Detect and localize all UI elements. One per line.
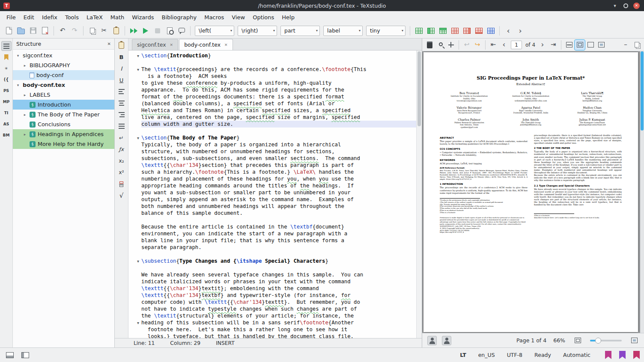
fold-marker-icon[interactable]: ▾ xyxy=(137,320,139,325)
zoom-slider-knob[interactable] xyxy=(595,338,601,344)
align-center-button[interactable] xyxy=(116,98,127,108)
italic-button[interactable]: I xyxy=(116,63,127,74)
scroll-tool-button[interactable] xyxy=(446,40,456,50)
code-editor[interactable]: ▾▾▾▾▾ \section{Introduction} The \textit… xyxy=(128,50,422,338)
sqrt-button[interactable]: √ xyxy=(116,190,127,201)
back-button[interactable]: ↩ xyxy=(462,40,472,50)
menu-tools[interactable]: Tools xyxy=(61,12,83,22)
structure-item-headings-in-appendices[interactable]: ▸§Headings in Appendices xyxy=(13,129,114,139)
metapost-tab[interactable]: MP xyxy=(1,97,12,107)
asymptote-tab[interactable]: AS xyxy=(1,119,12,129)
shade-window-icon[interactable]: ▾ xyxy=(611,2,618,9)
structure-item-body-conf[interactable]: body-conf xyxy=(13,70,114,80)
remove-table-button[interactable] xyxy=(449,25,460,36)
editor-scrollbar[interactable] xyxy=(416,50,422,338)
menu-macros[interactable]: Macros xyxy=(200,12,228,22)
add-row-button[interactable] xyxy=(437,25,448,36)
beamer-tab[interactable]: BM xyxy=(1,130,12,140)
pdf-page[interactable]: SIG Proceedings Paper in LaTeX Format* E… xyxy=(423,52,638,332)
underline-button[interactable]: U xyxy=(116,75,127,85)
expander-icon[interactable]: ▾ xyxy=(15,83,21,87)
zoom-slider[interactable] xyxy=(590,340,622,341)
close-document-button[interactable] xyxy=(39,25,51,36)
detach-viewer-button[interactable] xyxy=(632,40,642,50)
menu-edit[interactable]: Edit xyxy=(20,12,38,22)
brackets-tab[interactable]: ({ xyxy=(1,74,12,84)
align-left-button[interactable] xyxy=(116,86,127,97)
paste-style-button[interactable] xyxy=(116,40,127,50)
expand-viewer-button[interactable] xyxy=(629,335,640,346)
fold-marker-icon[interactable]: ▾ xyxy=(137,259,139,264)
reviewers-button[interactable] xyxy=(441,335,452,346)
add-column-button[interactable] xyxy=(425,25,436,36)
symbols-tab[interactable]: ✳ xyxy=(1,63,12,73)
structure-item-body-conf-tex[interactable]: ▾body-conf.tex xyxy=(13,80,114,90)
structure-item-conclusions[interactable]: §Conclusions xyxy=(13,119,114,129)
sectioning-combo[interactable]: part▾ xyxy=(280,26,320,36)
menu-help[interactable]: Help xyxy=(278,12,298,22)
undo-button[interactable]: ↶ xyxy=(57,25,68,36)
line-break-button[interactable]: ↵ xyxy=(116,133,127,143)
editor-scrollbar-thumb[interactable] xyxy=(417,51,421,126)
previous-page-button[interactable]: ‹ xyxy=(499,40,509,50)
menu-file[interactable]: File xyxy=(3,12,20,22)
align-justify-button[interactable] xyxy=(116,121,127,131)
paste-button[interactable] xyxy=(110,25,122,36)
minimize-viewer-button[interactable]: – xyxy=(620,40,631,50)
stop-compile-button[interactable] xyxy=(152,25,163,36)
menu-bibliography[interactable]: Bibliography xyxy=(158,12,200,22)
structure-tab[interactable] xyxy=(1,41,12,51)
superscript-button[interactable]: x² xyxy=(116,167,127,178)
fold-marker-icon[interactable]: ▾ xyxy=(137,136,139,140)
bookmarks-tab[interactable] xyxy=(1,52,12,62)
pdf-preview[interactable]: SIG Proceedings Paper in LaTeX Format* E… xyxy=(422,51,644,333)
structure-item-the-body-of-the-paper[interactable]: ▸§The Body of The Paper xyxy=(13,110,114,119)
bookmark-ribbon-icon[interactable] xyxy=(605,351,611,359)
pstricks-tab[interactable]: PS xyxy=(1,86,12,95)
right-delimiter-combo[interactable]: \right)▾ xyxy=(238,26,277,36)
view-button[interactable] xyxy=(140,25,151,36)
subscript-button[interactable]: x₂ xyxy=(116,156,127,166)
next-document-button[interactable]: › xyxy=(515,25,526,36)
bookmark-ribbon-icon[interactable] xyxy=(619,351,626,359)
matrix-button[interactable] xyxy=(485,25,496,36)
align-right-button[interactable] xyxy=(116,110,127,120)
font-size-combo[interactable]: tiny▾ xyxy=(366,26,405,36)
redo-button[interactable]: ↷ xyxy=(69,25,80,36)
fullscreen-button[interactable] xyxy=(596,40,606,50)
tab-body-conf-tex[interactable]: body-conf.tex✕ xyxy=(179,39,233,50)
fold-marker-icon[interactable]: ▾ xyxy=(137,53,139,58)
tikz-tab[interactable]: TI xyxy=(1,108,12,118)
build-and-view-button[interactable] xyxy=(128,25,139,36)
editor-code[interactable]: \section{Introduction} The \textit{proce… xyxy=(141,50,416,338)
structure-close-icon[interactable]: ✕ xyxy=(107,42,111,46)
add-table-button[interactable] xyxy=(413,25,424,36)
next-page-button[interactable]: › xyxy=(537,40,548,50)
remove-row-button[interactable] xyxy=(473,25,484,36)
expander-icon[interactable]: ▾ xyxy=(15,53,21,58)
structure-item-sigconf-tex[interactable]: ▾sigconf.tex xyxy=(13,50,114,60)
menu-latex[interactable]: LaTeX xyxy=(83,12,107,22)
first-page-button[interactable]: ⇤ xyxy=(488,40,498,50)
tab-close-icon[interactable]: ✕ xyxy=(224,43,228,47)
expander-icon[interactable]: ▸ xyxy=(22,63,27,68)
bookmark-ribbon-icon[interactable] xyxy=(633,351,640,359)
page-thumbnails-button[interactable] xyxy=(424,40,435,50)
cut-button[interactable]: ✂ xyxy=(98,25,110,36)
maximize-icon[interactable] xyxy=(623,3,628,8)
new-document-button[interactable] xyxy=(3,25,15,36)
messages-button[interactable] xyxy=(176,25,187,36)
pdf-scrollbar[interactable] xyxy=(640,51,644,333)
left-delimiter-combo[interactable]: \left(▾ xyxy=(195,26,234,36)
structure-item-introduction[interactable]: §Introduction xyxy=(13,100,114,110)
magnifier-button[interactable] xyxy=(435,40,445,50)
previous-document-button[interactable]: ‹ xyxy=(503,25,514,36)
last-page-button[interactable]: ⇥ xyxy=(548,40,558,50)
menu-view[interactable]: View xyxy=(228,12,249,22)
copy-button[interactable] xyxy=(86,25,98,36)
page-number-input[interactable]: 1 xyxy=(511,41,522,49)
fit-width-button[interactable] xyxy=(564,40,574,50)
tab-sigconf-tex[interactable]: sigconf.tex✕ xyxy=(132,39,178,50)
math-function-button[interactable]: ƒx xyxy=(116,144,127,154)
structure-item-more-help-for-the-hardy[interactable]: §More Help for the Hardy xyxy=(13,139,114,149)
